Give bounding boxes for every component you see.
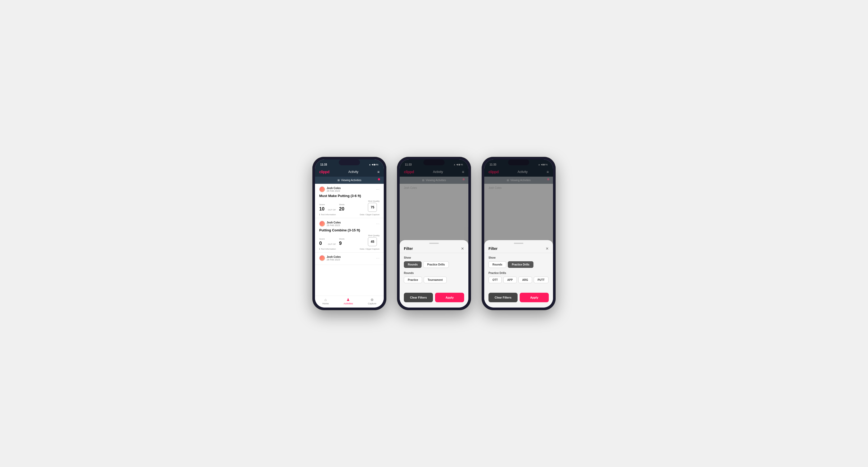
- home-icon-1: ⌂: [324, 298, 327, 302]
- tab-bar-1: ⌂ Home ♟ Activities ⊕ Capture: [315, 295, 384, 308]
- outof-stat-1: OUT OF: [328, 209, 336, 212]
- pill-ott-3[interactable]: OTT: [489, 277, 502, 283]
- pill-rounds-2[interactable]: Rounds: [404, 261, 422, 268]
- hamburger-icon-1[interactable]: ≡: [377, 170, 379, 174]
- drills-pills-3: OTT APP ARG PUTT: [489, 277, 549, 283]
- tab-home-label-1: Home: [322, 302, 329, 305]
- stats-row-2: Score 0 OUT OF Shots 9 Shot Quality 45: [319, 234, 379, 246]
- activity-title-1: Must Make Putting (3-6 ft): [319, 194, 379, 198]
- show-label-2: Show: [404, 256, 464, 259]
- activity-card-1[interactable]: Josh Coles 28 Feb 2023 ··· Must Make Put…: [315, 184, 384, 218]
- card-footer-2: ℹ Test Information Data: Clippd Capture: [319, 248, 379, 250]
- activity-card-2[interactable]: Josh Coles 28 Feb 2023 ··· Putting Combi…: [315, 218, 384, 253]
- logo-1: clippd: [319, 170, 329, 174]
- user-date-3: 28 Feb 2023: [327, 258, 341, 261]
- tab-activities-1[interactable]: ♟ Activities: [344, 298, 353, 305]
- viewing-bar-1[interactable]: ⊞ Viewing Activities: [315, 177, 384, 184]
- filter-sheet-3: Filter ✕ Show Rounds Practice Drills Pra…: [484, 240, 553, 308]
- close-filter-2[interactable]: ✕: [461, 246, 464, 251]
- card-header-2: Josh Coles 28 Feb 2023 ···: [319, 221, 379, 227]
- nav-title-1: Activity: [348, 170, 359, 174]
- pill-practice-drills-2[interactable]: Practice Drills: [423, 261, 449, 268]
- data-source-1: Data: Clippd Capture: [360, 213, 379, 216]
- pill-tournament-2[interactable]: Tournament: [424, 277, 447, 283]
- tab-capture-1[interactable]: ⊕ Capture: [368, 298, 376, 305]
- screenshots-container: 11:33 ▲ ◀ ◉ 51 clippd Activity ≡ ⊞ Viewi…: [312, 157, 556, 310]
- phone-3: 11:33 ▲ ◀ ◉ 51 clippd Activity ≡ ⊞ Viewi…: [482, 157, 556, 310]
- pill-practice-2[interactable]: Practice: [404, 277, 422, 283]
- phone-1-inner: 11:33 ▲ ◀ ◉ 51 clippd Activity ≡ ⊞ Viewi…: [315, 159, 384, 308]
- drills-label-3: Practice Drills: [489, 272, 549, 275]
- filter-icon-1: ⊞: [338, 179, 340, 182]
- tab-activities-label-1: Activities: [344, 302, 353, 305]
- more-options-1[interactable]: ···: [376, 187, 379, 191]
- activities-icon-1: ♟: [346, 298, 350, 302]
- test-info-2: ℹ Test Information: [319, 248, 336, 250]
- info-icon-2: ℹ: [319, 248, 320, 250]
- activity-title-2: Putting Combine (3-15 ft): [319, 228, 379, 232]
- card-header-3: Josh Coles 28 Feb 2023 ···: [319, 255, 379, 261]
- sheet-footer-3: Clear Filters Apply: [484, 290, 553, 302]
- more-options-2[interactable]: ···: [376, 222, 379, 225]
- shot-quality-stat-2: Shot Quality 45: [368, 234, 379, 246]
- user-details-1: Josh Coles 28 Feb 2023: [327, 187, 341, 192]
- pill-practice-drills-3[interactable]: Practice Drills: [508, 261, 533, 268]
- test-info-1: ℹ Test Information: [319, 213, 336, 216]
- show-label-3: Show: [489, 256, 549, 259]
- status-icons-1: ▲ ◀ ◉ 51: [369, 163, 378, 166]
- phone-notch-1: [339, 159, 360, 165]
- close-filter-3[interactable]: ✕: [546, 246, 549, 251]
- pill-putt-3[interactable]: PUTT: [534, 277, 549, 283]
- card-header-1: Josh Coles 28 Feb 2023 ···: [319, 186, 379, 192]
- apply-button-2[interactable]: Apply: [435, 293, 464, 302]
- pill-rounds-3[interactable]: Rounds: [489, 261, 506, 268]
- avatar-1: [319, 186, 325, 192]
- outof-stat-2: OUT OF: [328, 243, 336, 246]
- rounds-label-2: Rounds: [404, 272, 464, 275]
- apply-button-3[interactable]: Apply: [520, 293, 549, 302]
- user-name-1: Josh Coles: [327, 187, 341, 190]
- status-time-1: 11:33: [320, 163, 327, 166]
- score-stat-1: Score 10: [319, 204, 325, 212]
- user-name-2: Josh Coles: [327, 221, 341, 224]
- rounds-pills-2: Practice Tournament: [404, 277, 464, 283]
- filter-modal-3: Filter ✕ Show Rounds Practice Drills Pra…: [484, 159, 553, 308]
- stats-row-1: Score 10 OUT OF Shots 20 Shot Quality: [319, 200, 379, 212]
- tab-home-1[interactable]: ⌂ Home: [322, 298, 329, 305]
- more-options-3[interactable]: ···: [376, 256, 379, 260]
- red-dot-1: [378, 178, 380, 180]
- score-stat-2: Score 0: [319, 238, 325, 246]
- quality-box-1: 75: [368, 203, 377, 212]
- filter-title-2: Filter: [404, 246, 413, 251]
- nav-bar-1: clippd Activity ≡: [315, 168, 384, 177]
- pill-app-3[interactable]: APP: [503, 277, 517, 283]
- sheet-header-2: Filter ✕: [400, 244, 468, 253]
- shots-stat-2: Shots 9: [339, 238, 344, 246]
- shot-quality-stat-1: Shot Quality 75: [368, 200, 379, 212]
- user-name-3: Josh Coles: [327, 255, 341, 258]
- user-date-1: 28 Feb 2023: [327, 190, 341, 192]
- pill-arg-3[interactable]: ARG: [518, 277, 532, 283]
- filter-title-3: Filter: [489, 246, 497, 251]
- avatar-3: [319, 255, 325, 261]
- sheet-header-3: Filter ✕: [484, 244, 553, 253]
- phone-3-inner: 11:33 ▲ ◀ ◉ 51 clippd Activity ≡ ⊞ Viewi…: [484, 159, 553, 308]
- user-details-3: Josh Coles 28 Feb 2023: [327, 255, 341, 261]
- user-date-2: 28 Feb 2023: [327, 224, 341, 227]
- card-footer-1: ℹ Test Information Data: Clippd Capture: [319, 213, 379, 216]
- phone-2-inner: 11:33 ▲ ◀ ◉ 51 clippd Activity ≡ ⊞ Viewi…: [400, 159, 468, 308]
- phone-2: 11:33 ▲ ◀ ◉ 51 clippd Activity ≡ ⊞ Viewi…: [397, 157, 471, 310]
- tab-capture-label-1: Capture: [368, 302, 376, 305]
- clear-filters-button-2[interactable]: Clear Filters: [404, 293, 433, 302]
- sheet-content-2: Show Rounds Practice Drills Rounds Pract…: [400, 253, 468, 290]
- user-details-2: Josh Coles 28 Feb 2023: [327, 221, 341, 227]
- sheet-content-3: Show Rounds Practice Drills Practice Dri…: [484, 253, 553, 290]
- activity-card-3[interactable]: Josh Coles 28 Feb 2023 ···: [315, 253, 384, 265]
- phone-1: 11:33 ▲ ◀ ◉ 51 clippd Activity ≡ ⊞ Viewi…: [312, 157, 386, 310]
- filter-sheet-2: Filter ✕ Show Rounds Practice Drills Rou…: [400, 240, 468, 308]
- show-pills-3: Rounds Practice Drills: [489, 261, 549, 268]
- avatar-2: [319, 221, 325, 227]
- data-source-2: Data: Clippd Capture: [360, 248, 379, 250]
- shots-stat-1: Shots 20: [339, 204, 344, 212]
- clear-filters-button-3[interactable]: Clear Filters: [489, 293, 518, 302]
